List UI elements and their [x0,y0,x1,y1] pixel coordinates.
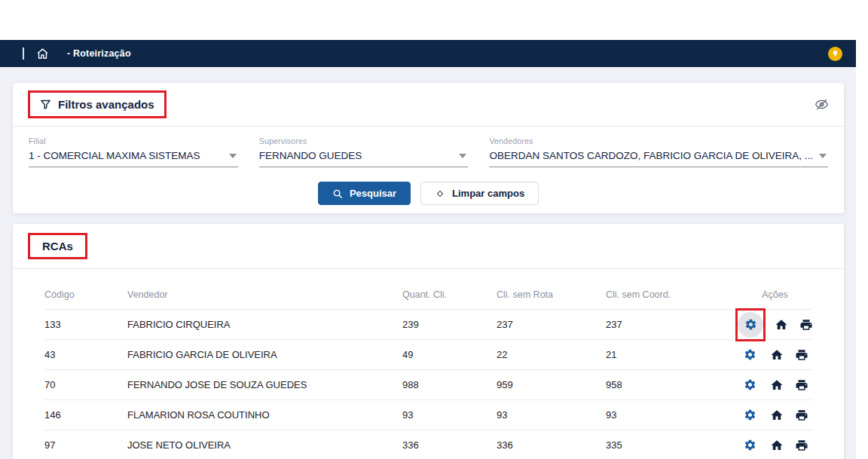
cell-codigo: 97 [44,439,127,451]
top-navigation-bar: - Roteirização [0,40,856,67]
cell-sem-coord: 958 [606,379,738,390]
gear-button[interactable] [742,407,759,424]
chevron-down-icon [229,154,237,158]
cell-quant-cli: 239 [402,319,497,330]
home-button[interactable] [770,409,784,422]
filial-select[interactable]: Filial 1 - COMERCIAL MAXIMA SISTEMAS [29,136,238,167]
col-sem-rota: Cli. sem Rota [497,289,606,300]
printer-button[interactable] [795,348,808,362]
cell-vendedor: FERNANDO JOSE DE SOUZA GUEDES [127,379,402,390]
cell-vendedor: JOSE NETO OLIVEIRA [127,439,402,451]
cell-codigo: 70 [44,379,127,390]
rcas-table: Código Vendedor Quant. Cli. Cli. sem Rot… [13,269,844,459]
home-button[interactable] [770,378,784,392]
col-vendedor: Vendedor [127,289,402,300]
gear-button[interactable] [742,347,759,363]
filters-card: Filtros avançados Filial 1 - COMERCIAL M… [13,83,844,213]
cell-quant-cli: 49 [402,349,497,360]
supervisores-select[interactable]: Supervisores FERNANDO GUEDES [259,136,469,167]
filial-label: Filial [29,136,238,145]
cell-quant-cli: 988 [402,379,497,390]
vendedores-select[interactable]: Vendedores OBERDAN SANTOS CARDOZO, FABRI… [489,136,828,167]
cell-codigo: 146 [44,409,127,421]
gear-annotation [735,308,766,341]
gear-button[interactable] [742,377,759,393]
filial-value: 1 - COMERCIAL MAXIMA SISTEMAS [29,150,200,161]
gear-button[interactable] [738,312,763,338]
filter-funnel-icon [40,99,51,110]
printer-button[interactable] [795,409,808,422]
table-row: 97 JOSE NETO OLIVEIRA 336 336 335 [44,430,812,459]
eye-off-icon[interactable] [815,97,829,112]
printer-button[interactable] [795,378,808,392]
eraser-icon [435,188,445,199]
filters-title-annotation: Filtros avançados [28,90,167,118]
rcas-card: RCAs Código Vendedor Quant. Cli. Cli. se… [13,224,844,459]
vendedores-value: OBERDAN SANTOS CARDOZO, FABRICIO GARCIA … [489,150,813,161]
clear-fields-label: Limpar campos [452,188,524,199]
search-button-label: Pesquisar [350,188,396,199]
home-button[interactable] [775,318,788,332]
col-sem-coord: Cli. sem Coord. [606,289,738,300]
cell-quant-cli: 93 [402,409,497,421]
col-acoes: Ações [738,289,812,300]
cell-sem-rota: 959 [497,379,606,390]
col-codigo: Código [44,289,127,300]
cell-sem-rota: 22 [497,349,606,360]
gear-button[interactable] [742,437,759,454]
rcas-title-annotation: RCAs [28,233,87,259]
search-icon [332,188,343,199]
divider [23,47,24,60]
vendedores-label: Vendedores [489,136,828,145]
search-button[interactable]: Pesquisar [318,182,411,205]
cell-sem-coord: 335 [606,439,738,451]
cell-sem-coord: 237 [606,319,738,330]
cell-sem-rota: 237 [497,319,606,330]
chevron-down-icon [819,154,827,158]
home-button[interactable] [770,439,784,452]
printer-button[interactable] [795,439,808,452]
supervisores-label: Supervisores [259,136,469,145]
cell-sem-rota: 336 [497,439,606,451]
page-title: - Roteirização [67,48,131,59]
supervisores-value: FERNANDO GUEDES [259,150,362,161]
table-row: 43 FABRICIO GARCIA DE OLIVEIRA 49 22 21 [44,340,812,370]
table-row: 70 FERNANDO JOSE DE SOUZA GUEDES 988 959… [44,370,812,400]
cell-codigo: 133 [44,319,127,330]
lightbulb-icon[interactable] [828,47,842,61]
table-header-row: Código Vendedor Quant. Cli. Cli. sem Rot… [44,280,812,310]
clear-fields-button[interactable]: Limpar campos [420,182,539,205]
home-button[interactable] [770,348,784,362]
table-row: 146 FLAMARION ROSA COUTINHO 93 93 93 [44,400,812,430]
rcas-title: RCAs [42,240,73,252]
cell-quant-cli: 336 [402,439,497,451]
cell-sem-coord: 93 [606,409,738,421]
table-row: 133 FABRICIO CIRQUEIRA 239 237 237 [44,310,812,340]
cell-codigo: 43 [44,349,127,360]
chevron-down-icon [459,154,466,158]
col-quant-cli: Quant. Cli. [402,289,497,300]
cell-sem-coord: 21 [606,349,738,360]
cell-vendedor: FLAMARION ROSA COUTINHO [127,409,402,421]
cell-vendedor: FABRICIO CIRQUEIRA [127,319,402,330]
cell-sem-rota: 93 [497,409,606,421]
home-icon[interactable] [36,47,49,60]
printer-button[interactable] [799,318,813,332]
filters-title: Filtros avançados [58,98,154,111]
cell-vendedor: FABRICIO GARCIA DE OLIVEIRA [127,349,402,360]
